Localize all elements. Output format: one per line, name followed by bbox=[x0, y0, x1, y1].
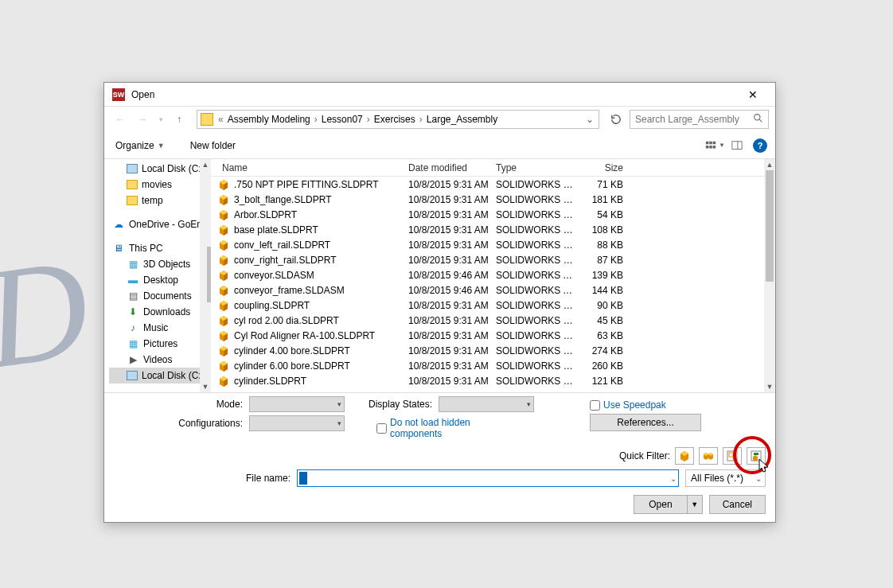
file-type: SOLIDWORKS Part... bbox=[489, 300, 575, 311]
solidworks-file-icon bbox=[217, 208, 230, 221]
quick-filter-assemblies-button[interactable] bbox=[699, 447, 718, 465]
file-size: 121 KB bbox=[575, 376, 631, 387]
scroll-up-icon[interactable]: ▲ bbox=[764, 159, 775, 170]
breadcrumb-chevron-icon: › bbox=[365, 114, 372, 125]
file-row[interactable]: conveyor_frame.SLDASM10/8/2015 9:46 AMSO… bbox=[211, 282, 764, 298]
file-name: cylinder 4.00 bore.SLDPRT bbox=[234, 345, 350, 356]
quick-filter-parts-button[interactable] bbox=[675, 447, 694, 465]
file-name: cylinder.SLDPRT bbox=[234, 376, 306, 387]
file-row[interactable]: 3_bolt_flange.SLDPRT10/8/2015 9:31 AMSOL… bbox=[211, 192, 764, 207]
configurations-combo[interactable]: ▾ bbox=[249, 415, 345, 431]
tree-item[interactable]: Local Disk (C:) bbox=[109, 368, 211, 384]
column-header-type[interactable]: Type bbox=[489, 162, 575, 173]
new-folder-button[interactable]: New folder bbox=[187, 138, 239, 153]
mode-combo[interactable]: ▾ bbox=[249, 396, 345, 412]
cancel-button[interactable]: Cancel bbox=[709, 495, 766, 514]
tree-scrollbar[interactable]: ▲▼ bbox=[200, 159, 211, 392]
file-date: 10/8/2015 9:46 AM bbox=[402, 285, 489, 296]
tree-item[interactable]: ▶Videos bbox=[109, 352, 211, 368]
tree-item[interactable]: temp bbox=[109, 193, 211, 208]
file-size: 181 KB bbox=[575, 194, 631, 205]
file-size: 274 KB bbox=[575, 345, 631, 356]
chevron-down-icon: ⌄ bbox=[755, 474, 762, 483]
column-header-size[interactable]: Size bbox=[575, 162, 631, 173]
do-not-load-checkbox[interactable]: Do not load hidden components bbox=[376, 417, 493, 439]
column-header-date[interactable]: Date modified bbox=[402, 162, 489, 173]
nav-forward-button[interactable]: → bbox=[133, 110, 152, 129]
file-row[interactable]: Arbor.SLDPRT10/8/2015 9:31 AMSOLIDWORKS … bbox=[211, 207, 764, 222]
file-type: SOLIDWORKS Part... bbox=[489, 330, 575, 341]
filename-row: File name: ⌄ All Files (*.*) ⌄ bbox=[104, 468, 775, 492]
tree-item[interactable]: ▦Pictures bbox=[109, 336, 211, 352]
breadcrumb-segment[interactable]: Large_Assembly bbox=[424, 114, 500, 125]
file-row[interactable]: conv_left_rail.SLDPRT10/8/2015 9:31 AMSO… bbox=[211, 237, 764, 252]
tree-item[interactable]: ☁OneDrive - GoEng bbox=[109, 216, 211, 232]
file-type: SOLIDWORKS Part... bbox=[489, 194, 575, 205]
nav-history-dropdown[interactable]: ▾ bbox=[155, 110, 166, 129]
tree-item[interactable]: Local Disk (C:) bbox=[109, 161, 211, 177]
view-mode-button[interactable]: ▼ bbox=[704, 137, 726, 154]
filetype-combo[interactable]: All Files (*.*) ⌄ bbox=[685, 469, 766, 487]
open-button[interactable]: Open ▼ bbox=[634, 495, 702, 514]
file-row[interactable]: Cyl Rod Aligner RA-100.SLDPRT10/8/2015 9… bbox=[211, 328, 764, 343]
solidworks-file-icon bbox=[217, 284, 230, 297]
file-row[interactable]: cyl rod 2.00 dia.SLDPRT10/8/2015 9:31 AM… bbox=[211, 313, 764, 328]
scroll-thumb[interactable] bbox=[766, 170, 774, 282]
tree-item[interactable]: ♪Music bbox=[109, 320, 211, 336]
use-speedpak-checkbox[interactable]: Use Speedpak bbox=[590, 396, 701, 414]
quick-filter-drawings-button[interactable] bbox=[723, 447, 742, 465]
search-input[interactable]: Search Large_Assembly bbox=[630, 110, 769, 129]
tree-item[interactable]: ▦3D Objects bbox=[109, 256, 211, 272]
display-states-combo[interactable]: ▾ bbox=[439, 396, 534, 412]
file-name: conveyor_frame.SLDASM bbox=[234, 285, 345, 296]
column-header-name[interactable]: Name bbox=[211, 162, 402, 173]
file-date: 10/8/2015 9:31 AM bbox=[402, 255, 489, 266]
file-row[interactable]: cylinder 6.00 bore.SLDPRT10/8/2015 9:31 … bbox=[211, 358, 764, 373]
tree-item[interactable]: ▬Desktop bbox=[109, 272, 211, 288]
file-row[interactable]: conv_right_rail.SLDPRT10/8/2015 9:31 AMS… bbox=[211, 252, 764, 267]
tree-item-label: 3D Objects bbox=[143, 259, 190, 270]
file-row[interactable]: cylinder 4.00 bore.SLDPRT10/8/2015 9:31 … bbox=[211, 343, 764, 358]
preview-pane-button[interactable] bbox=[726, 137, 748, 154]
use-speedpak-checkbox-input[interactable] bbox=[590, 400, 600, 411]
file-type: SOLIDWORKS Ass... bbox=[489, 270, 575, 281]
tree-item-label: Music bbox=[143, 322, 168, 333]
breadcrumb-bar[interactable]: « Assembly Modeling › Lesson07 › Exercis… bbox=[197, 110, 599, 129]
solidworks-file-icon bbox=[217, 360, 230, 372]
breadcrumb-dropdown[interactable]: ⌄ bbox=[584, 114, 595, 125]
breadcrumb-segment[interactable]: Assembly Modeling bbox=[225, 114, 313, 125]
background-watermark: D bbox=[0, 224, 99, 402]
breadcrumb-segment[interactable]: Exercises bbox=[372, 114, 418, 125]
chevron-down-icon[interactable]: ⌄ bbox=[670, 474, 677, 483]
breadcrumb-segment[interactable]: Lesson07 bbox=[319, 114, 365, 125]
file-size: 71 KB bbox=[575, 179, 631, 190]
refresh-button[interactable] bbox=[607, 111, 625, 128]
tree-item[interactable]: movies bbox=[109, 177, 211, 193]
help-button[interactable]: ? bbox=[753, 138, 767, 153]
tree-item[interactable]: ⬇Downloads bbox=[109, 304, 211, 320]
nav-back-button[interactable]: ← bbox=[111, 110, 130, 129]
file-type: SOLIDWORKS Part... bbox=[489, 360, 575, 372]
file-list-scrollbar[interactable]: ▲ ▼ bbox=[764, 159, 775, 392]
organize-menu[interactable]: Organize ▼ bbox=[112, 138, 168, 153]
file-date: 10/8/2015 9:31 AM bbox=[402, 330, 489, 341]
quick-filter-top-level-button[interactable] bbox=[747, 447, 766, 465]
tree-item[interactable]: 🖥This PC bbox=[109, 240, 211, 256]
file-row[interactable]: coupling.SLDPRT10/8/2015 9:31 AMSOLIDWOR… bbox=[211, 298, 764, 313]
file-row[interactable]: base plate.SLDPRT10/8/2015 9:31 AMSOLIDW… bbox=[211, 222, 764, 237]
open-dropdown[interactable]: ▼ bbox=[688, 496, 702, 513]
file-row[interactable]: .750 NPT PIPE FITTING.SLDPRT10/8/2015 9:… bbox=[211, 177, 764, 192]
do-not-load-checkbox-input[interactable] bbox=[376, 423, 387, 434]
close-button[interactable]: ✕ bbox=[737, 84, 769, 106]
nav-up-button[interactable]: ↑ bbox=[170, 110, 189, 129]
dialog-title: Open bbox=[131, 89, 737, 100]
references-button[interactable]: References... bbox=[590, 414, 701, 431]
tree-item[interactable]: ▤Documents bbox=[109, 288, 211, 304]
tree-item-label: Videos bbox=[143, 354, 172, 365]
filename-input[interactable]: ⌄ bbox=[297, 469, 679, 487]
file-date: 10/8/2015 9:46 AM bbox=[402, 270, 489, 281]
file-row[interactable]: conveyor.SLDASM10/8/2015 9:46 AMSOLIDWOR… bbox=[211, 267, 764, 282]
file-row[interactable]: cylinder.SLDPRT10/8/2015 9:31 AMSOLIDWOR… bbox=[211, 373, 764, 388]
scroll-down-icon[interactable]: ▼ bbox=[764, 381, 775, 392]
file-name: base plate.SLDPRT bbox=[234, 224, 318, 236]
